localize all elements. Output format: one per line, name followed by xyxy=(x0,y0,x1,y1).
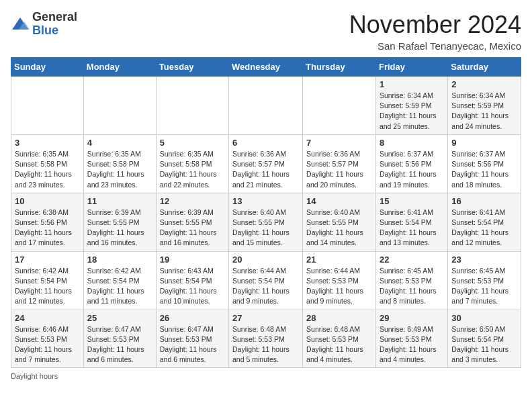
header: General Blue November 2024 San Rafael Te… xyxy=(11,11,521,52)
day-cell: 20Sunrise: 6:44 AM Sunset: 5:54 PM Dayli… xyxy=(229,251,303,310)
day-info: Sunrise: 6:39 AM Sunset: 5:55 PM Dayligh… xyxy=(87,208,152,248)
day-cell xyxy=(11,77,84,135)
day-number: 14 xyxy=(306,196,372,206)
logo: General Blue xyxy=(11,11,77,38)
week-row-1: 3Sunrise: 6:35 AM Sunset: 5:58 PM Daylig… xyxy=(11,134,521,193)
day-number: 15 xyxy=(380,196,444,206)
month-title: November 2024 xyxy=(349,11,521,39)
day-number: 20 xyxy=(232,255,299,265)
day-info: Sunrise: 6:47 AM Sunset: 5:53 PM Dayligh… xyxy=(160,324,225,365)
column-header-friday: Friday xyxy=(375,58,447,77)
day-info: Sunrise: 6:36 AM Sunset: 5:57 PM Dayligh… xyxy=(306,149,372,190)
day-info: Sunrise: 6:40 AM Sunset: 5:55 PM Dayligh… xyxy=(232,208,299,248)
week-row-2: 10Sunrise: 6:38 AM Sunset: 5:56 PM Dayli… xyxy=(11,193,521,251)
day-cell: 30Sunrise: 6:50 AM Sunset: 5:54 PM Dayli… xyxy=(448,310,521,368)
logo-text: General Blue xyxy=(32,11,77,38)
day-info: Sunrise: 6:34 AM Sunset: 5:59 PM Dayligh… xyxy=(451,91,517,132)
day-cell: 22Sunrise: 6:45 AM Sunset: 5:53 PM Dayli… xyxy=(375,251,447,310)
day-cell: 10Sunrise: 6:38 AM Sunset: 5:56 PM Dayli… xyxy=(11,193,84,251)
day-info: Sunrise: 6:49 AM Sunset: 5:53 PM Dayligh… xyxy=(380,324,444,365)
week-row-4: 24Sunrise: 6:46 AM Sunset: 5:53 PM Dayli… xyxy=(11,310,521,368)
day-cell: 14Sunrise: 6:40 AM Sunset: 5:55 PM Dayli… xyxy=(303,193,376,251)
day-info: Sunrise: 6:44 AM Sunset: 5:53 PM Dayligh… xyxy=(306,266,372,307)
day-number: 12 xyxy=(160,196,225,206)
column-header-tuesday: Tuesday xyxy=(156,58,228,77)
day-info: Sunrise: 6:41 AM Sunset: 5:54 PM Dayligh… xyxy=(451,208,517,248)
day-cell: 23Sunrise: 6:45 AM Sunset: 5:53 PM Dayli… xyxy=(448,251,521,310)
day-cell xyxy=(303,77,376,135)
day-number: 26 xyxy=(160,313,225,323)
day-number: 23 xyxy=(451,255,517,265)
day-info: Sunrise: 6:39 AM Sunset: 5:55 PM Dayligh… xyxy=(160,208,225,248)
week-row-3: 17Sunrise: 6:42 AM Sunset: 5:54 PM Dayli… xyxy=(11,251,521,310)
column-header-sunday: Sunday xyxy=(11,58,84,77)
day-cell: 11Sunrise: 6:39 AM Sunset: 5:55 PM Dayli… xyxy=(83,193,156,251)
day-cell xyxy=(229,77,303,135)
day-number: 16 xyxy=(451,196,517,206)
day-cell: 2Sunrise: 6:34 AM Sunset: 5:59 PM Daylig… xyxy=(448,77,521,135)
day-cell: 24Sunrise: 6:46 AM Sunset: 5:53 PM Dayli… xyxy=(11,310,84,368)
day-number: 25 xyxy=(87,313,152,323)
day-info: Sunrise: 6:38 AM Sunset: 5:56 PM Dayligh… xyxy=(15,208,80,248)
day-info: Sunrise: 6:45 AM Sunset: 5:53 PM Dayligh… xyxy=(451,266,517,307)
day-cell: 19Sunrise: 6:43 AM Sunset: 5:54 PM Dayli… xyxy=(156,251,228,310)
column-header-wednesday: Wednesday xyxy=(229,58,303,77)
day-cell: 17Sunrise: 6:42 AM Sunset: 5:54 PM Dayli… xyxy=(11,251,84,310)
day-info: Sunrise: 6:48 AM Sunset: 5:53 PM Dayligh… xyxy=(232,324,299,365)
day-cell: 28Sunrise: 6:48 AM Sunset: 5:53 PM Dayli… xyxy=(303,310,376,368)
day-cell: 29Sunrise: 6:49 AM Sunset: 5:53 PM Dayli… xyxy=(375,310,447,368)
day-number: 17 xyxy=(15,255,80,265)
day-info: Sunrise: 6:45 AM Sunset: 5:53 PM Dayligh… xyxy=(380,266,444,307)
day-number: 1 xyxy=(380,79,444,89)
calendar-header: SundayMondayTuesdayWednesdayThursdayFrid… xyxy=(11,58,521,77)
day-info: Sunrise: 6:42 AM Sunset: 5:54 PM Dayligh… xyxy=(87,266,152,307)
day-number: 2 xyxy=(451,79,517,89)
day-number: 24 xyxy=(15,313,80,323)
day-number: 13 xyxy=(232,196,299,206)
location: San Rafael Tenanyecac, Mexico xyxy=(349,40,521,52)
day-cell: 1Sunrise: 6:34 AM Sunset: 5:59 PM Daylig… xyxy=(375,77,447,135)
day-number: 29 xyxy=(380,313,444,323)
day-cell: 27Sunrise: 6:48 AM Sunset: 5:53 PM Dayli… xyxy=(229,310,303,368)
day-cell xyxy=(83,77,156,135)
day-info: Sunrise: 6:41 AM Sunset: 5:54 PM Dayligh… xyxy=(380,208,444,248)
day-info: Sunrise: 6:37 AM Sunset: 5:56 PM Dayligh… xyxy=(380,149,444,190)
day-number: 5 xyxy=(160,138,225,148)
day-number: 18 xyxy=(87,255,152,265)
calendar-body: 1Sunrise: 6:34 AM Sunset: 5:59 PM Daylig… xyxy=(11,77,521,368)
day-info: Sunrise: 6:40 AM Sunset: 5:55 PM Dayligh… xyxy=(306,208,372,248)
day-info: Sunrise: 6:46 AM Sunset: 5:53 PM Dayligh… xyxy=(15,324,80,365)
day-cell: 26Sunrise: 6:47 AM Sunset: 5:53 PM Dayli… xyxy=(156,310,228,368)
day-cell xyxy=(156,77,228,135)
day-number: 8 xyxy=(380,138,444,148)
day-number: 30 xyxy=(451,313,517,323)
column-header-saturday: Saturday xyxy=(448,58,521,77)
column-header-thursday: Thursday xyxy=(303,58,376,77)
day-info: Sunrise: 6:34 AM Sunset: 5:59 PM Dayligh… xyxy=(380,91,444,132)
day-cell: 16Sunrise: 6:41 AM Sunset: 5:54 PM Dayli… xyxy=(448,193,521,251)
day-cell: 13Sunrise: 6:40 AM Sunset: 5:55 PM Dayli… xyxy=(229,193,303,251)
day-info: Sunrise: 6:35 AM Sunset: 5:58 PM Dayligh… xyxy=(160,149,225,190)
day-cell: 21Sunrise: 6:44 AM Sunset: 5:53 PM Dayli… xyxy=(303,251,376,310)
day-info: Sunrise: 6:50 AM Sunset: 5:54 PM Dayligh… xyxy=(451,324,517,365)
day-info: Sunrise: 6:44 AM Sunset: 5:54 PM Dayligh… xyxy=(232,266,299,307)
day-cell: 7Sunrise: 6:36 AM Sunset: 5:57 PM Daylig… xyxy=(303,134,376,193)
day-info: Sunrise: 6:43 AM Sunset: 5:54 PM Dayligh… xyxy=(160,266,225,307)
day-info: Sunrise: 6:35 AM Sunset: 5:58 PM Dayligh… xyxy=(87,149,152,190)
logo-blue: Blue xyxy=(32,24,58,37)
calendar: SundayMondayTuesdayWednesdayThursdayFrid… xyxy=(11,57,521,368)
logo-general: General xyxy=(32,10,77,24)
day-cell: 8Sunrise: 6:37 AM Sunset: 5:56 PM Daylig… xyxy=(375,134,447,193)
day-number: 11 xyxy=(87,196,152,206)
footer-note: Daylight hours xyxy=(11,372,521,380)
day-cell: 5Sunrise: 6:35 AM Sunset: 5:58 PM Daylig… xyxy=(156,134,228,193)
day-info: Sunrise: 6:36 AM Sunset: 5:57 PM Dayligh… xyxy=(232,149,299,190)
day-info: Sunrise: 6:37 AM Sunset: 5:56 PM Dayligh… xyxy=(451,149,517,190)
day-cell: 4Sunrise: 6:35 AM Sunset: 5:58 PM Daylig… xyxy=(83,134,156,193)
day-cell: 12Sunrise: 6:39 AM Sunset: 5:55 PM Dayli… xyxy=(156,193,228,251)
day-number: 9 xyxy=(451,138,517,148)
day-info: Sunrise: 6:47 AM Sunset: 5:53 PM Dayligh… xyxy=(87,324,152,365)
week-row-0: 1Sunrise: 6:34 AM Sunset: 5:59 PM Daylig… xyxy=(11,77,521,135)
day-number: 19 xyxy=(160,255,225,265)
day-info: Sunrise: 6:42 AM Sunset: 5:54 PM Dayligh… xyxy=(15,266,80,307)
